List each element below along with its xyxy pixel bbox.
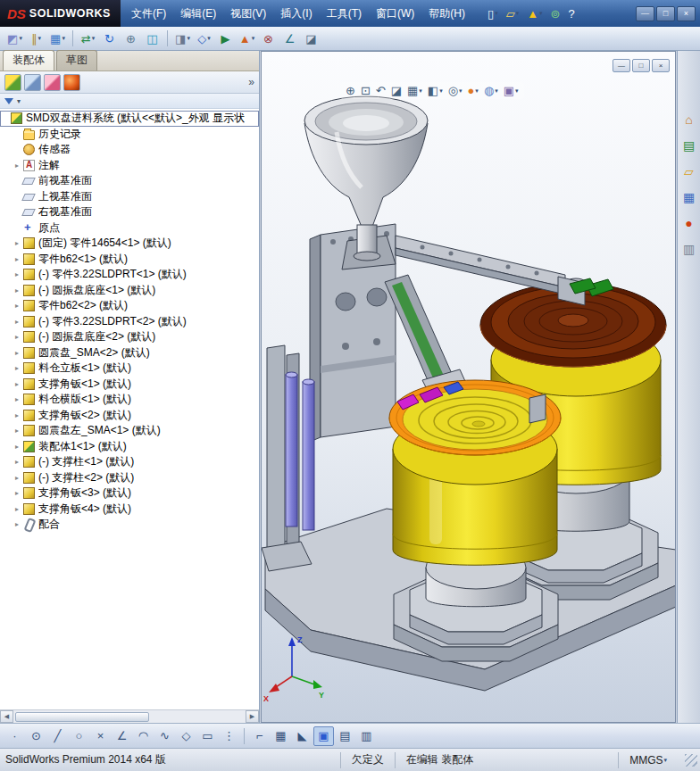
doc-close-button[interactable]: ×: [652, 59, 670, 72]
menu-item[interactable]: 编辑(E): [173, 0, 223, 27]
move-component-icon[interactable]: ⇄: [78, 29, 98, 48]
menu-item[interactable]: 帮助(H): [421, 0, 472, 27]
display-style-icon[interactable]: ◧: [426, 83, 445, 98]
filter-icon[interactable]: [4, 98, 13, 104]
custom-properties-icon[interactable]: ▥: [681, 241, 697, 257]
polygon-icon[interactable]: ◇: [176, 726, 196, 746]
quick-snaps-icon[interactable]: ◣: [292, 726, 312, 746]
edit-appearance-icon[interactable]: ●: [466, 83, 480, 98]
grid-snap-icon[interactable]: ▦: [271, 726, 291, 746]
appearances-icon[interactable]: ●: [681, 215, 697, 231]
tree-item[interactable]: 前视基准面: [0, 173, 259, 189]
tree-item[interactable]: 圆震盘_SMA<2> (默认): [0, 345, 259, 361]
smart-fasteners-icon[interactable]: ⊕: [121, 29, 141, 48]
expander-icon[interactable]: [15, 255, 23, 263]
tree-item[interactable]: 上视基准面: [0, 189, 259, 205]
motion-study-icon[interactable]: ▶: [215, 29, 236, 48]
file-explorer-icon[interactable]: ▱: [681, 163, 697, 179]
more-sketch-tools-icon[interactable]: ⋮: [219, 726, 239, 746]
tree-item[interactable]: SMD双盘进料系统 (默认<<默认>_外观 显示状: [0, 111, 259, 127]
exploded-view-icon[interactable]: ▲: [237, 29, 257, 48]
rotate-component-icon[interactable]: ↻: [99, 29, 120, 48]
tree-item[interactable]: 右视基准面: [0, 204, 259, 220]
rectangle-icon[interactable]: ▭: [197, 726, 218, 746]
graphics-area[interactable]: Z X Y ⊕⊡↶◪▦◧◎●◍▣ —□×: [261, 51, 676, 723]
reference-geometry-icon[interactable]: ◇: [194, 29, 214, 48]
scroll-left-button[interactable]: ◀: [0, 710, 13, 723]
doc-restore-button[interactable]: □: [632, 59, 650, 72]
tree-item[interactable]: (固定) 零件14654<1> (默认): [0, 236, 259, 252]
expander-icon[interactable]: [15, 505, 23, 513]
tree-item[interactable]: (-) 支撑柱<2> (默认): [0, 470, 259, 486]
menu-item[interactable]: 视图(V): [223, 0, 273, 27]
tree-item[interactable]: 料仓横版<1> (默认): [0, 392, 259, 408]
expander-icon[interactable]: [15, 318, 23, 326]
units-selector[interactable]: MMGS: [618, 752, 678, 768]
expander-icon[interactable]: [15, 364, 23, 372]
tree-item[interactable]: 料仓立板<1> (默认): [0, 361, 259, 377]
tree-item[interactable]: 配合: [0, 517, 259, 533]
tree-horizontal-scrollbar[interactable]: ◀ ▶: [0, 709, 259, 723]
spline-icon[interactable]: ∿: [154, 726, 175, 746]
maximize-button[interactable]: □: [656, 6, 675, 21]
expander-icon[interactable]: [15, 270, 23, 278]
tree-item[interactable]: 原点: [0, 220, 259, 236]
previous-view-icon[interactable]: ↶: [374, 83, 388, 98]
section-view-icon[interactable]: ◪: [301, 29, 321, 48]
drawing-sheet-icon[interactable]: ▤: [335, 726, 355, 746]
tree-item[interactable]: 装配体1<1> (默认): [0, 439, 259, 455]
shaded-sketch-icon[interactable]: ▣: [313, 726, 334, 746]
smart-dimension-icon[interactable]: ∠: [112, 726, 132, 746]
expander-icon[interactable]: [15, 333, 23, 341]
linear-pattern-icon[interactable]: ▦: [47, 29, 68, 48]
resources-home-icon[interactable]: ⌂: [681, 112, 697, 128]
tree-item[interactable]: 支撑角钣<2> (默认): [0, 408, 259, 424]
mate-icon[interactable]: ∥: [26, 29, 46, 48]
expander-icon[interactable]: [15, 286, 23, 294]
panel-tab[interactable]: 装配体: [3, 50, 54, 70]
point-icon[interactable]: ·: [4, 726, 25, 746]
zoom-fit-icon[interactable]: ⊕: [344, 83, 357, 98]
assembly-features-icon[interactable]: ◨: [172, 29, 193, 48]
expander-icon[interactable]: [15, 443, 23, 451]
help-icon[interactable]: ?: [565, 4, 577, 22]
measure-icon[interactable]: ∠: [279, 29, 300, 48]
tree-item[interactable]: 圆震盘左_SMA<1> (默认): [0, 423, 259, 439]
tree-item[interactable]: 历史记录: [0, 127, 259, 143]
view-settings-icon[interactable]: ▣: [502, 83, 521, 98]
line-icon[interactable]: ╱: [47, 726, 68, 746]
minimize-button[interactable]: —: [636, 6, 654, 21]
tree-item[interactable]: (-) 支撑柱<1> (默认): [0, 454, 259, 470]
expander-icon[interactable]: [15, 458, 23, 466]
expander-icon[interactable]: [15, 489, 23, 497]
connect-icon[interactable]: ⊚: [548, 4, 563, 22]
circle-icon[interactable]: ⊙: [26, 726, 46, 746]
close-button[interactable]: ×: [677, 6, 696, 21]
design-library-icon[interactable]: ▤: [681, 137, 697, 153]
configurationmanager-tab[interactable]: [44, 74, 61, 91]
new-document-icon[interactable]: ▯: [485, 4, 501, 22]
tree-item[interactable]: (-) 零件3.22SLDPRT<1> (默认): [0, 267, 259, 283]
menu-item[interactable]: 窗口(W): [369, 0, 421, 27]
section-view-icon[interactable]: ◪: [389, 83, 404, 98]
hide-show-items-icon[interactable]: ◎: [446, 83, 464, 98]
tree-item[interactable]: 传感器: [0, 142, 259, 158]
expander-icon[interactable]: [15, 239, 23, 247]
arc-icon[interactable]: ◠: [133, 726, 154, 746]
interference-detection-icon[interactable]: ⊗: [258, 29, 279, 48]
expander-icon[interactable]: [15, 349, 23, 357]
tree-item[interactable]: (-) 零件3.22SLDPRT<2> (默认): [0, 314, 259, 330]
tree-item[interactable]: 支撑角钣<1> (默认): [0, 377, 259, 393]
evaluate-icon[interactable]: ▥: [356, 726, 377, 746]
expander-icon[interactable]: [15, 162, 23, 170]
left-bowl-group[interactable]: [389, 380, 561, 661]
view-palette-icon[interactable]: ▦: [681, 189, 697, 205]
open-icon[interactable]: ▱: [504, 4, 522, 22]
menu-item[interactable]: 工具(T): [320, 0, 369, 27]
tree-item[interactable]: 注解: [0, 158, 259, 174]
scroll-right-button[interactable]: ▶: [246, 710, 259, 723]
expander-icon[interactable]: [15, 380, 23, 388]
displaymanager-tab[interactable]: [63, 74, 80, 91]
show-hidden-components-icon[interactable]: ◫: [142, 29, 162, 48]
filter-dropdown-arrow[interactable]: ▾: [17, 97, 21, 105]
